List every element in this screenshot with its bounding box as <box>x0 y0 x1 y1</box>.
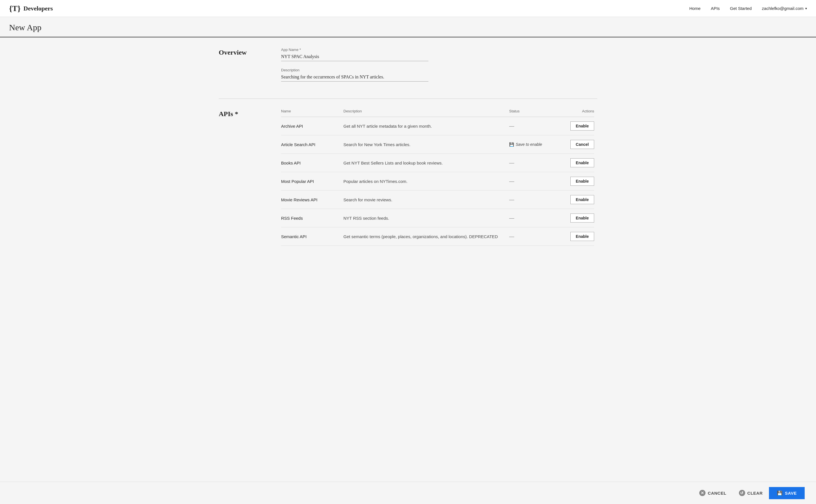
status-dash: — <box>509 234 514 239</box>
description-input[interactable] <box>281 73 429 82</box>
apis-section-label: APIs * <box>219 109 281 246</box>
nav-home-link[interactable]: Home <box>689 6 701 11</box>
floppy-icon: 💾 <box>509 142 514 147</box>
api-name: Archive API <box>281 117 343 135</box>
status-dash: — <box>509 178 514 184</box>
enable-api-button[interactable]: Enable <box>570 213 594 223</box>
save-button[interactable]: 💾 SAVE <box>769 487 805 499</box>
apis-table: Name Description Status Actions Archive … <box>281 109 594 246</box>
logo[interactable]: {T} Developers <box>9 4 53 13</box>
app-name-input[interactable] <box>281 53 429 61</box>
api-actions: Enable <box>555 172 594 191</box>
table-row: Archive APIGet all NYT article metadata … <box>281 117 594 135</box>
nav-user-email: zachlefko@gmail.com <box>762 6 804 11</box>
api-status: — <box>509 227 555 246</box>
table-row: Article Search APISearch for New York Ti… <box>281 135 594 154</box>
api-actions: Cancel <box>555 135 594 154</box>
chevron-down-icon: ▾ <box>805 7 807 10</box>
enable-api-button[interactable]: Enable <box>570 195 594 204</box>
page-header: New App <box>0 17 816 37</box>
description-label: Description <box>281 68 429 72</box>
api-description: Search for New York Times articles. <box>343 135 509 154</box>
clear-icon: ↺ <box>739 490 745 496</box>
api-description: Search for movie reviews. <box>343 191 509 209</box>
status-dash: — <box>509 123 514 129</box>
api-description: NYT RSS section feeds. <box>343 209 509 227</box>
overview-label: Overview <box>219 48 281 88</box>
logo-icon: {T} <box>9 4 21 13</box>
cancel-api-button[interactable]: Cancel <box>570 140 594 149</box>
table-row: Books APIGet NYT Best Sellers Lists and … <box>281 154 594 172</box>
app-name-label: App Name * <box>281 48 429 52</box>
status-text: Save to enable <box>516 142 542 147</box>
api-actions: Enable <box>555 209 594 227</box>
api-status: — <box>509 191 555 209</box>
api-description: Popular articles on NYTimes.com. <box>343 172 509 191</box>
api-status: — <box>509 209 555 227</box>
save-to-enable-status: 💾Save to enable <box>509 142 555 147</box>
nav-apis-link[interactable]: APIs <box>711 6 720 11</box>
api-actions: Enable <box>555 117 594 135</box>
api-status: — <box>509 117 555 135</box>
col-header-actions: Actions <box>555 109 594 117</box>
api-status: — <box>509 154 555 172</box>
description-group: Description <box>281 68 429 82</box>
cancel-icon: ✕ <box>699 490 706 496</box>
save-label: SAVE <box>785 491 797 496</box>
api-description: Get all NYT article metadata for a given… <box>343 117 509 135</box>
app-name-group: App Name * <box>281 48 429 61</box>
cancel-label: CANCEL <box>708 491 727 496</box>
status-dash: — <box>509 160 514 166</box>
enable-api-button[interactable]: Enable <box>570 121 594 131</box>
api-name: Most Popular API <box>281 172 343 191</box>
enable-api-button[interactable]: Enable <box>570 158 594 167</box>
col-header-status: Status <box>509 109 555 117</box>
api-name: RSS Feeds <box>281 209 343 227</box>
overview-body: App Name * Description <box>281 48 597 88</box>
api-name: Movie Reviews API <box>281 191 343 209</box>
clear-button[interactable]: ↺ CLEAR <box>733 486 769 499</box>
api-status: 💾Save to enable <box>509 135 555 154</box>
navigation: {T} Developers Home APIs Get Started zac… <box>0 0 816 17</box>
table-row: RSS FeedsNYT RSS section feeds.—Enable <box>281 209 594 227</box>
table-row: Most Popular APIPopular articles on NYTi… <box>281 172 594 191</box>
api-name: Books API <box>281 154 343 172</box>
clear-label: CLEAR <box>747 491 763 496</box>
status-dash: — <box>509 197 514 202</box>
api-description: Get semantic terms (people, places, orga… <box>343 227 509 246</box>
page-title: New App <box>9 23 807 32</box>
apis-section: APIs * Name Description Status Actions A… <box>219 99 597 246</box>
enable-api-button[interactable]: Enable <box>570 177 594 186</box>
enable-api-button[interactable]: Enable <box>570 232 594 241</box>
api-name: Semantic API <box>281 227 343 246</box>
table-row: Semantic APIGet semantic terms (people, … <box>281 227 594 246</box>
api-actions: Enable <box>555 191 594 209</box>
api-actions: Enable <box>555 154 594 172</box>
nav-links: Home APIs Get Started zachlefko@gmail.co… <box>689 6 807 11</box>
cancel-button[interactable]: ✕ CANCEL <box>693 486 733 499</box>
table-row: Movie Reviews APISearch for movie review… <box>281 191 594 209</box>
api-status: — <box>509 172 555 191</box>
api-name: Article Search API <box>281 135 343 154</box>
save-icon: 💾 <box>777 490 783 496</box>
overview-section: Overview App Name * Description <box>219 37 597 99</box>
api-actions: Enable <box>555 227 594 246</box>
nav-user-menu[interactable]: zachlefko@gmail.com ▾ <box>762 6 807 11</box>
footer-actions: ✕ CANCEL ↺ CLEAR 💾 SAVE <box>0 482 816 504</box>
logo-text: Developers <box>24 5 53 12</box>
api-description: Get NYT Best Sellers Lists and lookup bo… <box>343 154 509 172</box>
nav-get-started-link[interactable]: Get Started <box>730 6 752 11</box>
col-header-name: Name <box>281 109 343 117</box>
status-dash: — <box>509 215 514 221</box>
col-header-description: Description <box>343 109 509 117</box>
